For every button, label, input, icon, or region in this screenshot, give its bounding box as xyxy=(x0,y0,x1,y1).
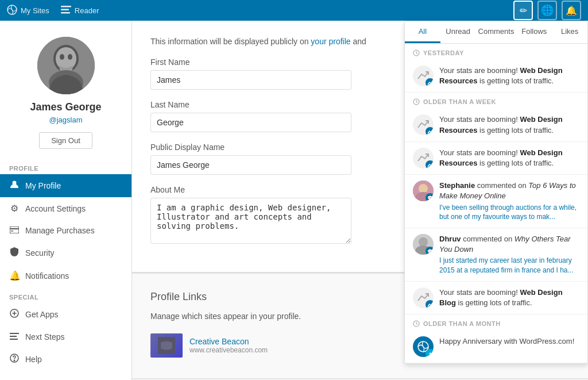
notif-item[interactable]: Your stats are booming! Web Design Resou… xyxy=(405,60,587,93)
dhruv-avatar: 💬 xyxy=(413,234,434,255)
notif-section-yesterday: Yesterday xyxy=(405,44,587,60)
nav-left: My Sites Reader xyxy=(7,5,99,17)
globe-icon: 🌐 xyxy=(541,4,554,17)
site-info: Creative Beacon www.creativebeacon.com xyxy=(189,337,268,354)
notif-item[interactable]: Your stats are booming! Web Design Resou… xyxy=(405,109,587,141)
svg-rect-12 xyxy=(10,228,19,229)
sidebar-item-label: My Profile xyxy=(25,181,61,190)
notif-excerpt-dhruv: I just started my career last year in fe… xyxy=(439,256,579,275)
sidebar-item-help[interactable]: Help xyxy=(0,348,131,371)
nav-right: ✏ 🌐 🔔 xyxy=(513,1,581,20)
svg-rect-3 xyxy=(61,12,70,14)
my-sites-label: My Sites xyxy=(21,6,49,15)
special-section-label: Special xyxy=(0,287,131,303)
sidebar: James George @jagslam Sign Out Profile M… xyxy=(0,21,132,380)
notif-trend-avatar-4 xyxy=(413,287,434,308)
wp-logo-icon xyxy=(7,5,17,17)
svg-point-24 xyxy=(419,184,428,193)
sidebar-item-security[interactable]: Security xyxy=(0,241,131,264)
first-name-input[interactable] xyxy=(150,70,351,90)
globe-icon-btn[interactable]: 🌐 xyxy=(537,1,557,20)
notif-tab-unread[interactable]: Unread xyxy=(440,21,476,43)
manage-purchases-icon xyxy=(9,225,20,236)
display-name-input[interactable] xyxy=(150,155,351,175)
notif-text: Your stats are booming! Web Design Resou… xyxy=(439,114,579,135)
about-me-textarea[interactable] xyxy=(150,198,351,244)
security-icon xyxy=(9,247,20,259)
notif-item-stephanie[interactable]: 💬 Stephanie commented on Top 6 Ways to M… xyxy=(405,175,587,228)
next-steps-icon xyxy=(9,332,20,342)
wp-avatar: ★ xyxy=(413,336,434,357)
sidebar-item-label: Manage Purchases xyxy=(25,226,95,235)
svg-point-8 xyxy=(68,54,72,60)
site-thumbnail xyxy=(150,333,183,358)
your-profile-link[interactable]: your profile xyxy=(311,37,350,46)
notif-text: Your stats are booming! Web Design Resou… xyxy=(439,148,579,168)
sidebar-item-label: Notifications xyxy=(25,271,69,281)
notif-text: Happy Anniversary with WordPress.com! xyxy=(439,336,574,347)
notif-stats-badge xyxy=(425,127,434,135)
sign-out-button[interactable]: Sign Out xyxy=(39,132,92,149)
notif-item-anniversary[interactable]: ★ Happy Anniversary with WordPress.com! xyxy=(405,331,587,363)
reader-icon xyxy=(61,6,71,16)
notif-section-older-month: Older Than A Month xyxy=(405,314,587,331)
info-text2: and xyxy=(353,37,366,46)
profile-section-label: Profile xyxy=(0,158,131,174)
sidebar-item-label: Account Settings xyxy=(25,204,86,213)
notif-trend-avatar xyxy=(413,66,434,86)
notif-tab-comments[interactable]: Comments xyxy=(476,21,517,43)
top-nav: My Sites Reader ✏ 🌐 🔔 xyxy=(0,0,588,21)
reader-link[interactable]: Reader xyxy=(61,6,99,16)
notif-comment-badge-2: 💬 xyxy=(425,247,434,255)
sidebar-item-next-steps[interactable]: Next Steps xyxy=(0,326,131,348)
notif-tab-all[interactable]: All xyxy=(405,21,440,43)
svg-rect-15 xyxy=(10,333,19,334)
account-settings-icon: ⚙ xyxy=(9,203,20,214)
sidebar-profile: James George @jagslam Sign Out xyxy=(0,21,131,158)
app-layout: James George @jagslam Sign Out Profile M… xyxy=(0,21,588,380)
notif-item-dhruv[interactable]: 💬 Dhruv commented on Why Others Tear You… xyxy=(405,228,587,282)
notif-item-webdesignblog[interactable]: Your stats are booming! Web Design Blog … xyxy=(405,282,587,314)
notif-tabs: All Unread Comments Follows Likes xyxy=(405,21,587,44)
my-sites-link[interactable]: My Sites xyxy=(7,5,49,17)
sidebar-item-label: Next Steps xyxy=(25,332,64,341)
my-profile-icon xyxy=(9,180,20,191)
sidebar-item-account-settings[interactable]: ⚙ Account Settings xyxy=(0,197,131,220)
sidebar-item-label: Help xyxy=(25,355,42,364)
site-url: www.creativebeacon.com xyxy=(189,346,268,354)
reader-label: Reader xyxy=(75,6,99,15)
last-name-input[interactable] xyxy=(150,113,351,132)
svg-point-19 xyxy=(14,360,15,361)
notif-excerpt: I've been selling through auctions for a… xyxy=(439,203,579,222)
notif-tab-follows[interactable]: Follows xyxy=(516,21,552,43)
svg-rect-11 xyxy=(10,227,19,233)
notif-stats-badge-4 xyxy=(425,300,434,308)
notifications-icon: 🔔 xyxy=(9,270,20,281)
notif-text: Your stats are booming! Web Design Blog … xyxy=(439,287,579,308)
notif-text: Stephanie commented on Top 6 Ways to Mak… xyxy=(439,181,579,222)
sidebar-user-name: James George xyxy=(9,101,122,113)
bell-icon: 🔔 xyxy=(566,5,577,16)
sidebar-item-manage-purchases[interactable]: Manage Purchases xyxy=(0,220,131,241)
avatar xyxy=(37,37,95,94)
help-icon xyxy=(9,354,20,365)
svg-rect-17 xyxy=(10,339,18,340)
notif-trend-avatar-2 xyxy=(413,114,434,135)
svg-point-7 xyxy=(60,54,64,60)
sidebar-item-get-apps[interactable]: Get Apps xyxy=(0,303,131,326)
notif-tab-likes[interactable]: Likes xyxy=(552,21,587,43)
get-apps-icon xyxy=(9,309,20,320)
sidebar-item-my-profile[interactable]: My Profile xyxy=(0,174,131,197)
svg-point-27 xyxy=(419,237,428,247)
stephanie-avatar: 💬 xyxy=(413,181,434,201)
svg-rect-16 xyxy=(10,336,17,337)
notif-comment-badge: 💬 xyxy=(425,193,434,201)
edit-icon-btn[interactable]: ✏ xyxy=(513,1,533,20)
sidebar-item-notifications[interactable]: 🔔 Notifications xyxy=(0,264,131,287)
notif-trend-avatar-3 xyxy=(413,148,434,168)
sidebar-item-label: Security xyxy=(25,248,55,258)
bell-icon-btn[interactable]: 🔔 xyxy=(562,1,581,20)
site-name-link[interactable]: Creative Beacon xyxy=(189,337,268,346)
edit-icon: ✏ xyxy=(520,5,527,16)
notif-item[interactable]: Your stats are booming! Web Design Resou… xyxy=(405,142,587,175)
